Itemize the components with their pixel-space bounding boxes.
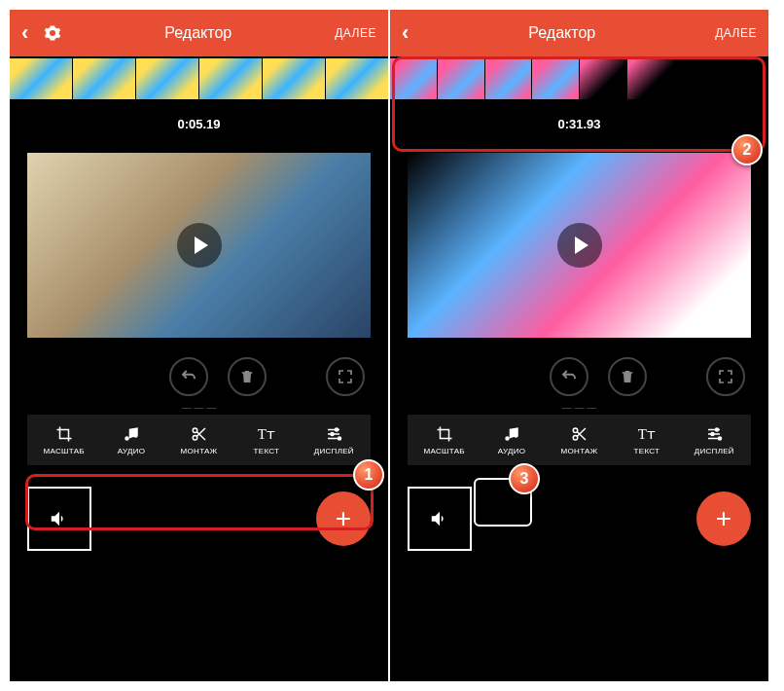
- back-icon[interactable]: ‹: [21, 20, 28, 46]
- tool-label: АУДИО: [118, 447, 146, 455]
- tool-label: МАСШТАБ: [424, 447, 465, 455]
- svg-point-1: [193, 436, 197, 441]
- timeline-frame[interactable]: [627, 58, 674, 99]
- tool-audio[interactable]: АУДИО: [98, 420, 163, 459]
- timeline-thumbnails[interactable]: [390, 56, 768, 99]
- timeline-frame[interactable]: [73, 58, 135, 99]
- timeline-frame[interactable]: [532, 58, 579, 99]
- tool-crop[interactable]: МАСШТАБ: [411, 420, 477, 459]
- video-preview[interactable]: [408, 153, 751, 338]
- svg-point-9: [719, 437, 722, 440]
- timeline-frame[interactable]: [390, 58, 437, 99]
- audio-clip[interactable]: [27, 487, 91, 551]
- timeline-frame[interactable]: [263, 58, 325, 99]
- header: ‹ Редактор ДАЛЕЕ: [10, 10, 388, 56]
- tool-montage[interactable]: МОНТАЖ: [166, 420, 232, 459]
- tool-label: АУДИО: [498, 447, 526, 455]
- timestamp: 0:31.93: [390, 99, 768, 139]
- tool-label: ТЕКСТ: [634, 447, 660, 455]
- svg-point-4: [339, 437, 341, 440]
- tool-audio[interactable]: АУДИО: [479, 420, 544, 459]
- add-button[interactable]: +: [696, 491, 751, 546]
- screenshot-right: ‹ Редактор ДАЛЕЕ 0:31.93 — — —: [390, 10, 768, 681]
- undo-button[interactable]: [550, 357, 588, 396]
- annotation-badge: 1: [353, 459, 384, 491]
- tool-label: МОНТАЖ: [561, 447, 598, 455]
- tool-text[interactable]: Tᴛ ТЕКСТ: [614, 420, 679, 459]
- timeline-frame[interactable]: [580, 58, 626, 99]
- annotation-badge: 3: [509, 463, 540, 494]
- tool-label: ДИСПЛЕЙ: [314, 447, 354, 455]
- svg-point-8: [711, 433, 714, 436]
- page-title: Редактор: [61, 24, 335, 42]
- sliders-icon: [705, 424, 723, 444]
- tool-label: ТЕКСТ: [254, 447, 280, 455]
- cut-icon: [191, 424, 208, 444]
- annotation-badge: 2: [731, 134, 763, 165]
- svg-point-2: [336, 428, 339, 431]
- text-icon: Tᴛ: [638, 424, 656, 444]
- undo-button[interactable]: [169, 357, 208, 396]
- tool-label: ДИСПЛЕЙ: [695, 447, 734, 455]
- bottom-row: +: [390, 465, 768, 572]
- fullscreen-button[interactable]: [326, 357, 365, 396]
- timeline-frame[interactable]: [485, 58, 532, 99]
- add-button[interactable]: +: [316, 491, 371, 546]
- tool-crop[interactable]: МАСШТАБ: [31, 420, 96, 459]
- timeline-frame[interactable]: [675, 58, 722, 99]
- header: ‹ Редактор ДАЛЕЕ: [390, 10, 768, 56]
- bottom-row: +: [10, 465, 388, 572]
- tool-label: МОНТАЖ: [181, 447, 218, 455]
- timestamp: 0:05.19: [10, 99, 388, 139]
- delete-button[interactable]: [228, 357, 267, 396]
- crop-icon: [436, 424, 453, 444]
- next-button[interactable]: ДАЛЕЕ: [335, 26, 376, 40]
- tool-text[interactable]: Tᴛ ТЕКСТ: [233, 420, 299, 459]
- play-icon[interactable]: [177, 223, 222, 268]
- next-button[interactable]: ДАЛЕЕ: [715, 26, 757, 40]
- timeline-frame[interactable]: [438, 58, 484, 99]
- settings-icon[interactable]: [44, 24, 61, 42]
- tool-display[interactable]: ДИСПЛЕЙ: [302, 420, 367, 459]
- controls-row: [390, 346, 768, 400]
- play-icon[interactable]: [557, 223, 602, 268]
- timeline-thumbnails[interactable]: [10, 56, 388, 99]
- audio-clip[interactable]: [408, 487, 472, 551]
- tool-display[interactable]: ДИСПЛЕЙ: [682, 420, 747, 459]
- cut-icon: [571, 424, 588, 444]
- tool-label: МАСШТАБ: [44, 447, 85, 455]
- timeline-frame[interactable]: [199, 58, 262, 99]
- toolbar: МАСШТАБ АУДИО МОНТАЖ Tᴛ ТЕКСТ ДИСПЛЕЙ: [408, 415, 751, 465]
- tool-montage[interactable]: МОНТАЖ: [547, 420, 612, 459]
- fullscreen-button[interactable]: [706, 357, 745, 396]
- text-icon: Tᴛ: [258, 424, 275, 444]
- svg-point-5: [573, 428, 578, 433]
- svg-point-7: [716, 428, 719, 431]
- delete-button[interactable]: [608, 357, 647, 396]
- pagination-dots: — — —: [390, 400, 768, 415]
- timeline-frame[interactable]: [326, 58, 388, 99]
- screenshot-left: ‹ Редактор ДАЛЕЕ 0:05.19 — — —: [10, 10, 388, 681]
- video-preview[interactable]: [27, 153, 371, 338]
- timeline-frame[interactable]: [136, 58, 198, 99]
- svg-point-6: [573, 436, 578, 441]
- music-icon: [503, 424, 520, 444]
- timeline-frame[interactable]: [10, 58, 72, 99]
- timeline-frame[interactable]: [722, 58, 768, 99]
- controls-row: [10, 346, 388, 400]
- sliders-icon: [325, 424, 342, 444]
- pagination-dots: — — —: [10, 400, 388, 415]
- toolbar: МАСШТАБ АУДИО МОНТАЖ Tᴛ ТЕКСТ ДИСПЛЕЙ: [27, 415, 371, 465]
- svg-point-0: [193, 428, 197, 433]
- crop-icon: [55, 424, 73, 444]
- svg-point-3: [331, 433, 334, 436]
- page-title: Редактор: [409, 24, 715, 42]
- back-icon[interactable]: ‹: [402, 20, 409, 46]
- music-icon: [123, 424, 140, 444]
